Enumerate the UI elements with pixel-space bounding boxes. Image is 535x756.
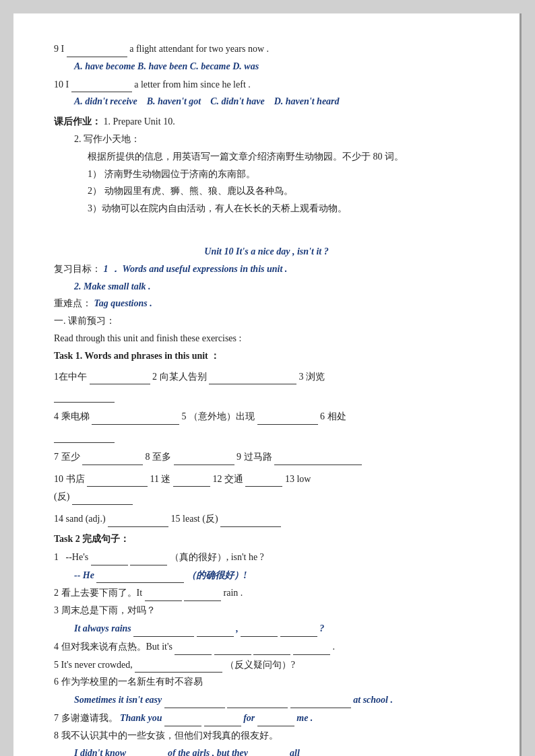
- homework-write-label: 2. 写作小天地：: [74, 134, 140, 144]
- task2-item7: 7 多谢邀请我。 Thank you for me .: [54, 710, 479, 726]
- difficulty-title: 重难点：: [54, 298, 92, 308]
- t1-blank10[interactable]: [87, 471, 148, 487]
- t2-3-blank1[interactable]: [133, 620, 194, 637]
- review-line1: 复习目标： 1 ． Words and useful expressions i…: [54, 261, 479, 277]
- page: 9 I a flight attendant for two years now…: [13, 13, 522, 756]
- review1-text: 1 ． Words and useful expressions in this…: [104, 264, 288, 274]
- task2-item2: 2 看上去要下雨了。It rain .: [54, 584, 479, 601]
- task2-title: Task 2 完成句子：: [54, 531, 479, 547]
- task2-item6-line2: Sometimes it isn't easy at school .: [74, 691, 479, 708]
- q10-options: A. didn't receive B. haven't got C. didn…: [74, 94, 479, 110]
- homework-point2: 2） 动物园里有虎、狮、熊、狼、鹿以及各种鸟。: [88, 183, 479, 199]
- t2-7-num: 7 多谢邀请我。: [54, 713, 118, 723]
- t2-8-blank1[interactable]: [129, 745, 166, 756]
- t1-num15: 15 least (反): [171, 514, 218, 524]
- t2-6-rest: at school .: [353, 695, 393, 705]
- t2-8-blank3[interactable]: [302, 745, 339, 756]
- t1-blank12[interactable]: [245, 471, 282, 487]
- task2-item1-line1: 1 --He's （真的很好）, isn't he ?: [54, 549, 479, 565]
- read-through-text: Read through this unit and finish these …: [54, 333, 241, 343]
- task1-row2: 4 乘电梯 5 （意外地）出现 6 相处: [54, 408, 479, 425]
- q9-line: 9 I a flight attendant for two years now…: [54, 40, 479, 57]
- t2-4-blank1[interactable]: [175, 638, 212, 655]
- t1-blank6[interactable]: [54, 426, 115, 443]
- t1-blank14[interactable]: [108, 510, 168, 527]
- t2-7-blank1[interactable]: [164, 710, 201, 726]
- t1-blank13[interactable]: [72, 488, 133, 505]
- t2-2-blank2[interactable]: [184, 584, 221, 601]
- t1-blank4[interactable]: [92, 408, 179, 425]
- t1-blank15[interactable]: [220, 510, 281, 527]
- t1-blank2[interactable]: [209, 368, 296, 385]
- t1-num1: 1在中午: [54, 372, 87, 382]
- task2-item3-line1: 3 周末总是下雨，对吗？: [54, 603, 479, 619]
- t2-7-me: me .: [296, 713, 313, 723]
- t2-5-rest: （反义疑问句）?: [225, 660, 295, 670]
- t2-5-blank1[interactable]: [135, 656, 222, 673]
- q9-blank[interactable]: [67, 40, 127, 57]
- t1-blank8[interactable]: [174, 448, 234, 465]
- t2-4-blank3[interactable]: [253, 638, 290, 655]
- t1-num2: 2 向某人告别: [152, 372, 207, 382]
- task2-item4: 4 但对我来说有点热。But it's .: [54, 638, 479, 655]
- t2-3-q: ?: [319, 623, 324, 633]
- task1-title-text: Task 1. Words and phrases in this unit ：: [54, 351, 220, 361]
- t1-blank5[interactable]: [257, 408, 318, 425]
- t2-1-blank1[interactable]: [91, 549, 128, 565]
- homework-point3: 3）动物可以在院内自由活动，有人在长长的天桥上观看动物。: [88, 201, 479, 217]
- t2-8-blank4[interactable]: [342, 745, 379, 756]
- task1-row4b: (反): [54, 488, 479, 505]
- t2-1-blank2[interactable]: [130, 549, 167, 565]
- t2-6-text: Sometimes it isn't easy: [74, 695, 164, 705]
- t1-blank7[interactable]: [82, 448, 143, 465]
- t2-3-blank2[interactable]: [197, 620, 234, 637]
- t1-num13: 13 low: [285, 474, 311, 484]
- t1-blank3[interactable]: [54, 386, 115, 403]
- section1-title-text: 一. 课前预习：: [54, 316, 115, 326]
- t2-6-blank1[interactable]: [164, 691, 225, 708]
- t2-4-blank2[interactable]: [214, 638, 251, 655]
- t2-3-blank3[interactable]: [241, 620, 278, 637]
- t1-num12: 12 交通: [212, 474, 243, 484]
- t1-blank1[interactable]: [90, 368, 150, 385]
- q9-rest: a flight attendant for two years now .: [129, 44, 269, 54]
- t2-1-blank3[interactable]: [96, 567, 184, 584]
- task1-row2b: [54, 426, 479, 443]
- t2-5-num: 5 It's never crowded,: [54, 660, 133, 670]
- t2-1-extra2: （的确很好）!: [187, 570, 247, 580]
- q9-options-text: A. have become B. have been C. became D.…: [74, 61, 259, 71]
- homework-point1: 1） 济南野生动物园位于济南的东南部。: [88, 166, 479, 182]
- q9-options: A. have become B. have been C. became D.…: [74, 59, 479, 75]
- t2-8-text: I didn't know: [74, 748, 129, 756]
- t2-7-for: for: [243, 713, 255, 723]
- t2-6-blank3[interactable]: [290, 691, 351, 708]
- t1-num11: 11 迷: [150, 474, 171, 484]
- t2-7-blank2[interactable]: [204, 710, 241, 726]
- review-title: 复习目标：: [54, 264, 101, 274]
- t2-1-extra: -- He: [74, 570, 96, 580]
- task1-title: Task 1. Words and phrases in this unit ：: [54, 348, 479, 364]
- t1-blank11[interactable]: [173, 471, 210, 487]
- section1-title: 一. 课前预习：: [54, 313, 479, 329]
- t1-num10: 10 书店: [54, 474, 85, 484]
- t2-2-rest: rain .: [224, 588, 243, 598]
- q10-rest: a letter from him since he left .: [134, 79, 251, 90]
- q10-blank[interactable]: [71, 76, 132, 93]
- t1-num9: 9 过马路: [237, 452, 272, 462]
- t2-6-blank2[interactable]: [227, 691, 288, 708]
- hw-p3-text: 3）动物可以在院内自由活动，有人在长长的天桥上观看动物。: [88, 203, 347, 213]
- q10-line: 10 I a letter from him since he left .: [54, 76, 479, 93]
- t2-7-blank3[interactable]: [257, 710, 294, 726]
- task1-row5: 14 sand (adj.) 15 least (反): [54, 510, 479, 527]
- t2-2-num: 2 看上去要下雨了。It: [54, 588, 142, 598]
- task1-row3: 7 至少 8 至多 9 过马路: [54, 448, 479, 465]
- t1-num3: 3 浏览: [299, 372, 325, 382]
- t2-8-blank2[interactable]: [251, 745, 288, 756]
- t2-3-blank4[interactable]: [280, 620, 317, 637]
- t2-2-blank1[interactable]: [145, 584, 182, 601]
- task2-item8-line1: 8 我不认识其中的一些女孩，但他们对我真的很友好。: [54, 728, 479, 744]
- q9-label: 9 I: [54, 44, 64, 54]
- task2-item3-line2: It always rains , ?: [74, 620, 479, 637]
- t2-4-blank4[interactable]: [293, 638, 330, 655]
- t1-blank9[interactable]: [274, 448, 362, 465]
